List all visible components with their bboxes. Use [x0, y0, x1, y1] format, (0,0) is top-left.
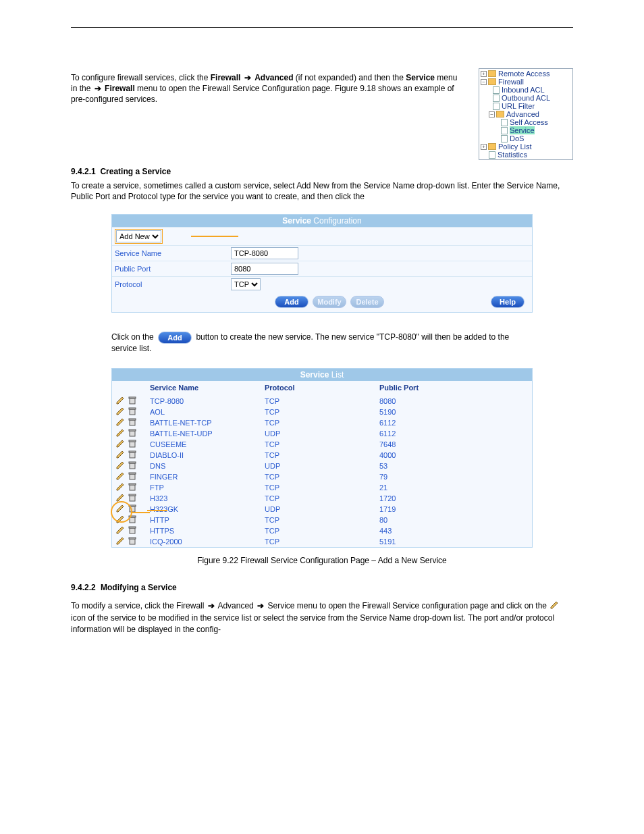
cell-service-name[interactable]: TCP-8080	[150, 397, 265, 405]
table-row: AOLTCP5190	[112, 407, 532, 417]
cell-service-name[interactable]: HTTPS	[150, 527, 265, 535]
help-button[interactable]: Help	[491, 296, 525, 308]
delete-icon[interactable]	[128, 450, 136, 460]
delete-button[interactable]: Delete	[350, 296, 384, 308]
table-row: BATTLE-NET-TCPTCP6112	[112, 417, 532, 428]
tree-outbound-acl[interactable]: Outbound ACL	[480, 94, 572, 102]
delete-icon[interactable]	[128, 440, 136, 449]
cell-protocol: TCP	[265, 451, 379, 459]
cell-protocol: TCP	[265, 494, 379, 502]
table-row: HTTPTCP80	[112, 515, 532, 525]
public-port-input[interactable]	[231, 263, 298, 275]
tree-statistics[interactable]: Statistics	[480, 151, 572, 159]
cell-service-name[interactable]: FTP	[150, 484, 265, 492]
table-row: FTPTCP21	[112, 482, 532, 493]
protocol-select[interactable]: TCP	[231, 278, 261, 290]
delete-icon[interactable]	[128, 418, 136, 427]
service-name-label: Service Name	[115, 249, 230, 257]
edit-callout-strike	[147, 510, 167, 511]
table-row: DIABLO-IITCP4000	[112, 450, 532, 461]
cell-service-name[interactable]: BATTLE-NET-UDP	[150, 429, 265, 438]
svg-marker-0	[117, 397, 124, 404]
table-row: ICQ-2000TCP5191	[112, 536, 532, 547]
tree-service[interactable]: Service	[480, 126, 572, 134]
service-name-input[interactable]	[231, 247, 298, 259]
delete-icon[interactable]	[128, 472, 136, 481]
svg-marker-42	[551, 602, 558, 608]
section-para: To create a service, sometimes called a …	[71, 180, 573, 202]
add-button[interactable]: Add	[275, 296, 308, 308]
svg-rect-20	[129, 462, 136, 463]
edit-icon[interactable]	[116, 450, 124, 460]
svg-rect-11	[129, 429, 136, 431]
tree-remote-access[interactable]: +Remote Access	[480, 70, 572, 78]
config-header: Service Configuration	[112, 215, 532, 227]
tree-dos[interactable]: DoS	[480, 134, 572, 142]
edit-icon[interactable]	[116, 483, 124, 492]
svg-rect-25	[130, 485, 135, 490]
cell-public-port: 5190	[379, 408, 528, 416]
cell-protocol: UDP	[265, 505, 379, 513]
cell-service-name[interactable]: DNS	[150, 462, 265, 470]
cell-service-name[interactable]: ICQ-2000	[150, 538, 265, 546]
cell-service-name[interactable]: DIABLO-II	[150, 451, 265, 459]
edit-icon[interactable]	[116, 418, 124, 427]
cell-protocol: TCP	[265, 516, 379, 524]
tree-url-filter[interactable]: URL Filter	[480, 102, 572, 110]
nav-tree: +Remote Access −Firewall Inbound ACL Out…	[479, 68, 573, 160]
cell-public-port: 6112	[379, 429, 528, 438]
cell-service-name[interactable]: CUSEEME	[150, 440, 265, 448]
add-instruction: Click on the Add button to create the ne…	[111, 332, 533, 353]
tree-firewall[interactable]: −Firewall	[480, 78, 572, 86]
cell-public-port: 79	[379, 473, 528, 481]
edit-icon[interactable]	[116, 440, 124, 449]
edit-icon[interactable]	[116, 429, 124, 438]
inline-add-button[interactable]: Add	[158, 332, 192, 344]
delete-icon[interactable]	[128, 429, 136, 438]
svg-rect-34	[130, 517, 135, 523]
edit-icon[interactable]	[116, 407, 124, 417]
delete-icon[interactable]	[128, 537, 136, 546]
cell-service-name[interactable]: H323GK	[150, 505, 265, 513]
edit-icon[interactable]	[116, 461, 124, 471]
delete-icon[interactable]	[128, 396, 136, 406]
table-row: TCP-8080TCP8080	[112, 396, 532, 407]
delete-icon[interactable]	[128, 494, 136, 503]
mode-select[interactable]: Add New	[116, 230, 161, 242]
cell-service-name[interactable]: FINGER	[150, 473, 265, 481]
modify-paragraph: To modify a service, click the Firewall …	[71, 600, 573, 635]
cell-service-name[interactable]: AOL	[150, 408, 265, 416]
tree-policy-list[interactable]: +Policy List	[480, 142, 572, 151]
edit-icon[interactable]	[116, 526, 124, 536]
add-pre: Click on the	[111, 333, 154, 342]
svg-rect-16	[130, 452, 135, 458]
svg-rect-26	[129, 484, 136, 485]
modify-button[interactable]: Modify	[313, 296, 346, 308]
edit-icon[interactable]	[116, 537, 124, 546]
cell-service-name[interactable]: HTTP	[150, 516, 265, 524]
delete-icon[interactable]	[128, 407, 136, 417]
svg-rect-38	[129, 527, 136, 528]
table-row: CUSEEMETCP7648	[112, 439, 532, 450]
cell-public-port: 1720	[379, 494, 528, 502]
modify-p1c: Service menu to open the Firewall Servic…	[267, 601, 547, 610]
cell-service-name[interactable]: H323	[150, 494, 265, 502]
cell-service-name[interactable]: BATTLE-NET-TCP	[150, 419, 265, 427]
list-title-strong: Service	[300, 370, 329, 380]
delete-icon[interactable]	[128, 526, 136, 536]
tree-advanced[interactable]: −Advanced	[480, 110, 572, 118]
callout-line	[191, 236, 238, 237]
cell-public-port: 53	[379, 462, 528, 470]
svg-marker-6	[117, 419, 124, 425]
edit-icon[interactable]	[116, 396, 124, 406]
tree-inbound-acl[interactable]: Inbound ACL	[480, 86, 572, 94]
delete-icon[interactable]	[128, 483, 136, 492]
delete-icon[interactable]	[128, 461, 136, 471]
config-title-strong: Service	[282, 216, 311, 226]
svg-marker-24	[117, 484, 124, 490]
tree-self-access[interactable]: Self Access	[480, 118, 572, 126]
intro-advanced: Advanced	[254, 73, 293, 82]
svg-marker-36	[117, 527, 124, 533]
cell-public-port: 5191	[379, 538, 528, 546]
edit-icon[interactable]	[116, 472, 124, 481]
